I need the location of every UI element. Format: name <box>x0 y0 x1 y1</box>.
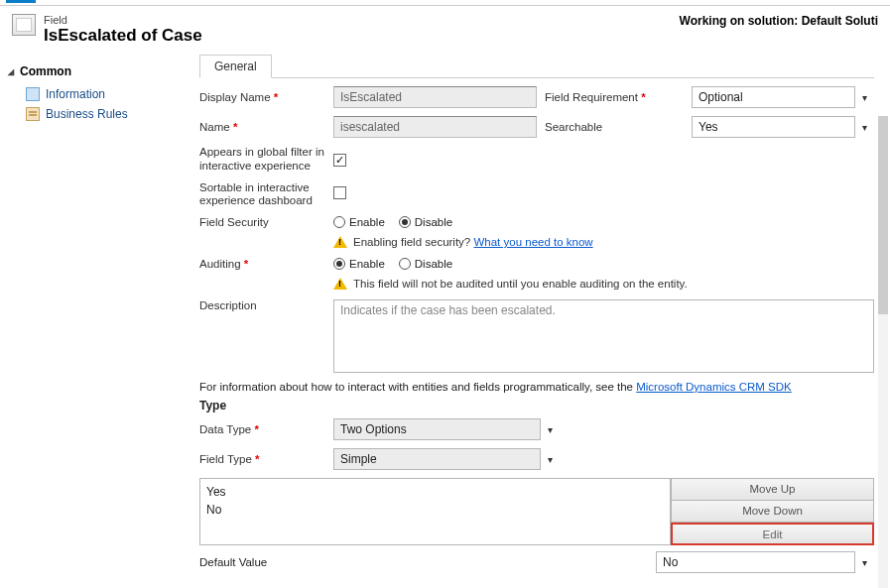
nav-item-information[interactable]: Information <box>8 84 182 104</box>
warning-icon <box>333 278 347 290</box>
data-type-label: Data Type <box>199 423 333 435</box>
field-requirement-value: Optional <box>692 86 874 108</box>
chevron-down-icon: ▾ <box>854 551 874 573</box>
option-item-yes[interactable]: Yes <box>206 483 664 501</box>
options-list[interactable]: Yes No <box>199 478 671 545</box>
field-security-label: Field Security <box>199 216 333 228</box>
field-type-select: Simple ▾ <box>333 448 560 470</box>
sdk-hint: For information about how to interact wi… <box>199 381 874 393</box>
tabs: General <box>199 55 874 78</box>
page-title: IsEscalated of Case <box>44 26 680 46</box>
header-kicker: Field <box>44 14 680 26</box>
option-item-no[interactable]: No <box>206 501 664 519</box>
name-label: Name <box>199 121 333 133</box>
information-icon <box>26 87 40 101</box>
searchable-select[interactable]: Yes ▾ <box>692 116 874 138</box>
sidebar: Common Information Business Rules <box>0 53 190 588</box>
appears-filter-label: Appears in global filter in interactive … <box>199 146 333 174</box>
auditing-label: Auditing <box>199 258 333 270</box>
warning-icon <box>333 236 347 248</box>
business-rules-icon <box>26 107 40 121</box>
data-type-select: Two Options ▾ <box>333 418 560 440</box>
edit-button[interactable]: Edit <box>671 523 874 545</box>
move-down-button[interactable]: Move Down <box>671 501 874 524</box>
description-label: Description <box>199 299 333 311</box>
nav-item-label: Business Rules <box>46 107 128 121</box>
scrollbar-thumb[interactable] <box>878 116 888 314</box>
name-input: isescalated <box>333 116 537 138</box>
type-section-title: Type <box>199 399 874 412</box>
field-requirement-label: Field Requirement <box>545 91 684 103</box>
appears-filter-checkbox[interactable] <box>333 154 346 167</box>
chevron-down-icon: ▾ <box>854 86 874 108</box>
searchable-label: Searchable <box>545 121 684 133</box>
field-security-disable[interactable]: Disable <box>399 216 452 228</box>
sortable-checkbox[interactable] <box>333 186 346 199</box>
field-security-warning: Enabling field security? What you need t… <box>333 236 874 248</box>
display-name-input[interactable]: IsEscalated <box>333 86 537 108</box>
move-up-button[interactable]: Move Up <box>671 478 874 501</box>
sdk-link[interactable]: Microsoft Dynamics CRM SDK <box>636 381 792 393</box>
default-value-select[interactable]: No ▾ <box>656 551 874 573</box>
sortable-label: Sortable in interactive experience dashb… <box>199 181 333 209</box>
default-value-label: Default Value <box>199 556 656 568</box>
nav-item-label: Information <box>46 87 105 101</box>
fs-warning-link[interactable]: What you need to know <box>473 236 592 248</box>
chevron-down-icon: ▾ <box>540 448 560 470</box>
field-type-label: Field Type <box>199 453 333 465</box>
nav-group-common[interactable]: Common <box>8 64 182 78</box>
auditing-disable[interactable]: Disable <box>399 258 452 270</box>
page-header: Field IsEscalated of Case Working on sol… <box>0 6 890 53</box>
auditing-warning: This field will not be audited until you… <box>333 278 874 290</box>
description-input[interactable] <box>333 299 874 373</box>
scrollbar[interactable] <box>878 116 888 588</box>
display-name-label: Display Name <box>199 91 333 103</box>
tab-general[interactable]: General <box>199 55 272 78</box>
chevron-down-icon: ▾ <box>854 116 874 138</box>
field-requirement-select[interactable]: Optional ▾ <box>692 86 874 108</box>
field-security-enable[interactable]: Enable <box>333 216 385 228</box>
searchable-value: Yes <box>692 116 874 138</box>
nav-item-business-rules[interactable]: Business Rules <box>8 104 182 124</box>
auditing-enable[interactable]: Enable <box>333 258 385 270</box>
field-icon <box>12 14 36 36</box>
chevron-down-icon: ▾ <box>540 418 560 440</box>
solution-context: Working on solution: Default Soluti <box>680 14 878 28</box>
